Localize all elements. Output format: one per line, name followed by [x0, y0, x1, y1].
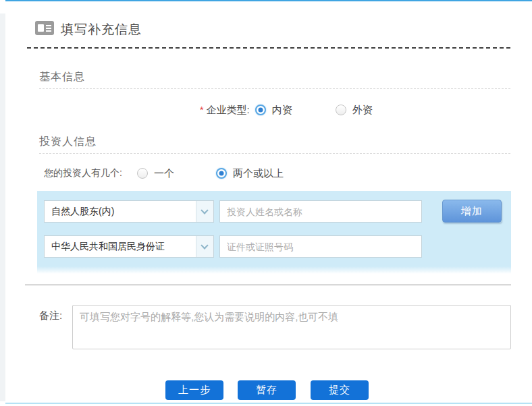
investor-type-select[interactable]: 自然人股东(内)	[44, 200, 214, 223]
section-heading-basic: 基本信息	[39, 70, 85, 84]
enterprise-type-row: * 企业类型: 内资 外资	[200, 103, 373, 117]
previous-step-button[interactable]: 上一步	[165, 380, 223, 400]
required-mark: *	[200, 105, 203, 115]
supplementary-info-form: 填写补充信息 基本信息 * 企业类型: 内资 外资 投资人信息 您的投资人有几个…	[0, 0, 532, 406]
remark-divider	[25, 285, 511, 285]
basic-section-divider	[39, 88, 510, 89]
add-investor-button[interactable]: 增加	[442, 200, 502, 223]
chevron-down-icon	[201, 241, 208, 249]
panel-fade	[37, 266, 511, 274]
top-accent-line	[5, 0, 532, 1]
radio-label-domestic: 内资	[272, 104, 292, 117]
radio-label-two-or-more: 两个或以上	[233, 167, 284, 180]
radio-selected-icon[interactable]	[216, 168, 227, 179]
header-divider	[27, 47, 510, 49]
radio-label-one: 一个	[154, 167, 174, 180]
card-icon-square	[38, 24, 44, 32]
investor-name-input[interactable]	[219, 200, 422, 223]
investor-count-label: 您的投资人有几个:	[44, 167, 122, 179]
investor-type-select-value: 自然人股东(内)	[51, 206, 114, 216]
remark-textarea[interactable]	[72, 305, 511, 349]
bottom-accent-line	[5, 403, 532, 404]
form-card-icon	[35, 21, 54, 35]
save-draft-button[interactable]: 暂存	[238, 380, 296, 400]
radio-option-two-or-more[interactable]: 两个或以上	[216, 167, 284, 180]
radio-option-one-investor[interactable]: 一个	[137, 167, 174, 180]
certificate-type-select[interactable]: 中华人民共和国居民身份证	[44, 235, 214, 258]
radio-label-foreign: 外资	[352, 104, 373, 117]
radio-selected-icon[interactable]	[255, 105, 266, 115]
section-heading-investor: 投资人信息	[39, 135, 97, 149]
investor-entry-panel: 自然人股东(内) 增加 中华人民共和国居民身份证	[37, 191, 511, 266]
remark-label: 备注:	[39, 310, 62, 322]
page-left-gutter	[0, 13, 5, 401]
chevron-down-icon	[201, 206, 208, 214]
select-arrow-cell[interactable]	[196, 201, 213, 222]
radio-unselected-icon[interactable]	[336, 105, 346, 115]
page-title: 填写补充信息	[61, 21, 142, 38]
certificate-type-select-value: 中华人民共和国居民身份证	[51, 241, 165, 252]
certificate-number-input[interactable]	[219, 235, 422, 258]
investor-count-row: 您的投资人有几个: 一个 两个或以上	[44, 166, 284, 181]
investor-section-divider	[39, 153, 510, 154]
radio-unselected-icon[interactable]	[137, 168, 148, 179]
radio-option-domestic[interactable]: 内资	[255, 104, 292, 117]
radio-option-foreign[interactable]: 外资	[336, 104, 373, 117]
submit-button[interactable]: 提交	[311, 380, 369, 400]
select-arrow-cell[interactable]	[196, 236, 213, 257]
enterprise-type-label: 企业类型:	[206, 104, 249, 117]
